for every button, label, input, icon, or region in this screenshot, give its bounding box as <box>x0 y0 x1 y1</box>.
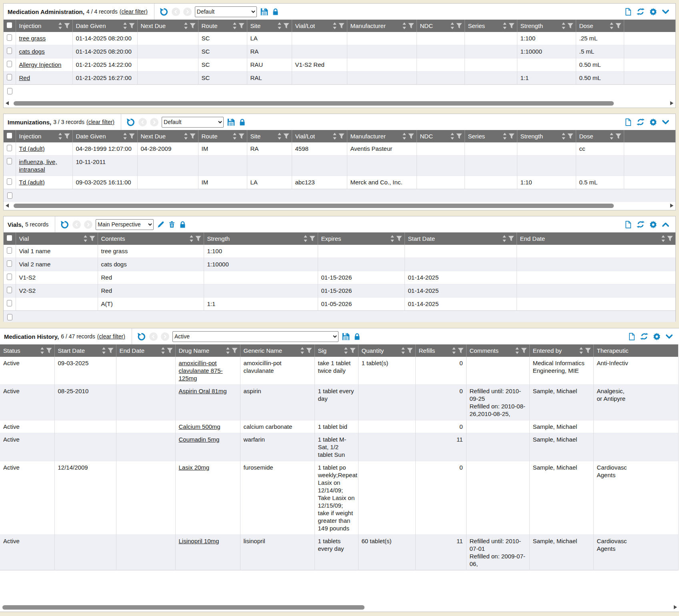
filter-funnel-icon[interactable] <box>567 133 573 139</box>
column-header-quantity[interactable]: Quantity <box>358 344 415 357</box>
row-checkbox[interactable] <box>7 300 12 306</box>
refresh-icon[interactable] <box>640 332 648 340</box>
column-header-site[interactable]: Site <box>247 20 292 32</box>
row-checkbox[interactable] <box>7 48 12 54</box>
row-checkbox[interactable] <box>7 74 12 80</box>
row-checkbox[interactable] <box>7 61 12 67</box>
filter-funnel-icon[interactable] <box>89 236 95 242</box>
filter-funnel-icon[interactable] <box>338 133 345 139</box>
row-checkbox[interactable] <box>7 34 12 41</box>
previous-icon[interactable] <box>149 332 158 341</box>
filter-funnel-icon[interactable] <box>129 133 135 139</box>
drug-name-link[interactable]: amoxicillin-pot clavulanate 875-125mg <box>179 360 223 382</box>
perspective-select[interactable]: Default <box>195 6 257 17</box>
column-header-therapeutic[interactable]: Therapeutic <box>593 344 678 357</box>
filter-funnel-icon[interactable] <box>64 23 70 29</box>
column-header-dose[interactable]: Dose <box>576 130 624 142</box>
filter-funnel-icon[interactable] <box>190 23 196 29</box>
horizontal-scrollbar[interactable] <box>5 203 674 209</box>
column-header-strength[interactable]: Strength <box>517 130 576 142</box>
drug-name-link[interactable]: Lasix 20mg <box>179 464 210 471</box>
row-checkbox[interactable] <box>7 247 12 254</box>
sort-icon[interactable] <box>579 347 583 354</box>
drug-name-link[interactable]: Lisinopril 10mg <box>179 538 219 544</box>
filter-funnel-icon[interactable] <box>350 348 356 354</box>
filter-funnel-icon[interactable] <box>238 133 244 139</box>
sort-icon[interactable] <box>300 347 304 354</box>
injection-link[interactable]: Red <box>19 74 30 81</box>
column-header-series[interactable]: Series <box>465 20 517 32</box>
sort-icon[interactable] <box>58 22 62 29</box>
sort-icon[interactable] <box>184 22 188 29</box>
settings-gear-icon[interactable] <box>649 8 657 16</box>
filter-funnel-icon[interactable] <box>309 236 315 242</box>
sort-icon[interactable] <box>161 347 165 354</box>
filter-funnel-icon[interactable] <box>456 133 462 139</box>
new-document-icon[interactable] <box>624 118 632 126</box>
collapse-icon[interactable] <box>662 221 669 228</box>
undo-icon[interactable] <box>60 220 69 229</box>
scroll-left-arrow[interactable] <box>6 101 9 105</box>
filter-funnel-icon[interactable] <box>46 348 52 354</box>
column-header-dose[interactable]: Dose <box>576 20 624 32</box>
filter-funnel-icon[interactable] <box>283 133 289 139</box>
column-header-ndc[interactable]: NDC <box>417 130 465 142</box>
column-header-comments[interactable]: Comments <box>466 344 529 357</box>
filter-funnel-icon[interactable] <box>585 348 591 354</box>
filter-funnel-icon[interactable] <box>408 23 414 29</box>
injection-link[interactable]: Td (adult) <box>19 145 45 152</box>
sort-icon[interactable] <box>609 22 614 29</box>
sort-icon[interactable] <box>123 22 127 29</box>
sort-icon[interactable] <box>344 347 348 354</box>
injection-link[interactable]: cats dogs <box>19 48 45 55</box>
next-icon[interactable] <box>150 118 158 126</box>
row-checkbox[interactable] <box>7 260 12 267</box>
lock-icon[interactable] <box>238 118 246 126</box>
sort-icon[interactable] <box>123 133 127 140</box>
refresh-icon[interactable] <box>637 8 645 16</box>
collapse-icon[interactable] <box>662 8 669 16</box>
column-header-injection[interactable]: Injection <box>16 20 72 32</box>
filter-funnel-icon[interactable] <box>64 133 70 139</box>
sort-icon[interactable] <box>102 347 106 354</box>
sort-icon[interactable] <box>332 133 337 140</box>
sort-icon[interactable] <box>661 235 665 242</box>
column-header-series[interactable]: Series <box>465 130 517 142</box>
filter-funnel-icon[interactable] <box>108 348 114 354</box>
column-header-start-date[interactable]: Start Date <box>54 344 116 357</box>
column-header-manufacturer[interactable]: Manufacturer <box>347 130 417 142</box>
column-header-site[interactable]: Site <box>247 130 292 142</box>
sort-icon[interactable] <box>277 22 282 29</box>
sort-icon[interactable] <box>401 347 405 354</box>
filter-funnel-icon[interactable] <box>195 236 201 242</box>
filter-funnel-icon[interactable] <box>190 133 196 139</box>
sort-icon[interactable] <box>515 347 519 354</box>
sort-icon[interactable] <box>232 133 237 140</box>
row-checkbox[interactable] <box>7 274 12 280</box>
injection-link[interactable]: influenza, live, intranasal <box>19 158 57 173</box>
scrollbar-thumb[interactable] <box>2 605 365 610</box>
previous-icon[interactable] <box>138 118 147 126</box>
row-checkbox[interactable] <box>7 314 12 320</box>
row-checkbox[interactable] <box>7 178 12 185</box>
sort-icon[interactable] <box>402 133 407 140</box>
lock-icon[interactable] <box>179 221 186 228</box>
next-icon[interactable] <box>84 220 92 229</box>
filter-funnel-icon[interactable] <box>456 23 462 29</box>
column-header-route[interactable]: Route <box>198 20 247 32</box>
column-header-strength[interactable]: Strength <box>517 20 576 32</box>
sort-icon[interactable] <box>226 347 230 354</box>
column-header-expires[interactable]: Expires <box>318 232 405 245</box>
sort-icon[interactable] <box>184 133 188 140</box>
filter-funnel-icon[interactable] <box>521 348 527 354</box>
perspective-select[interactable]: Main Perspective <box>96 219 154 230</box>
next-icon[interactable] <box>183 8 192 16</box>
sort-icon[interactable] <box>503 133 507 140</box>
filter-funnel-icon[interactable] <box>509 133 515 139</box>
column-header-refills[interactable]: Refills <box>415 344 466 357</box>
sort-icon[interactable] <box>503 22 507 29</box>
undo-icon[interactable] <box>159 7 168 16</box>
scroll-right-arrow[interactable] <box>670 204 673 208</box>
scrollbar-thumb[interactable] <box>14 204 614 208</box>
select-all-checkbox[interactable] <box>4 232 16 245</box>
